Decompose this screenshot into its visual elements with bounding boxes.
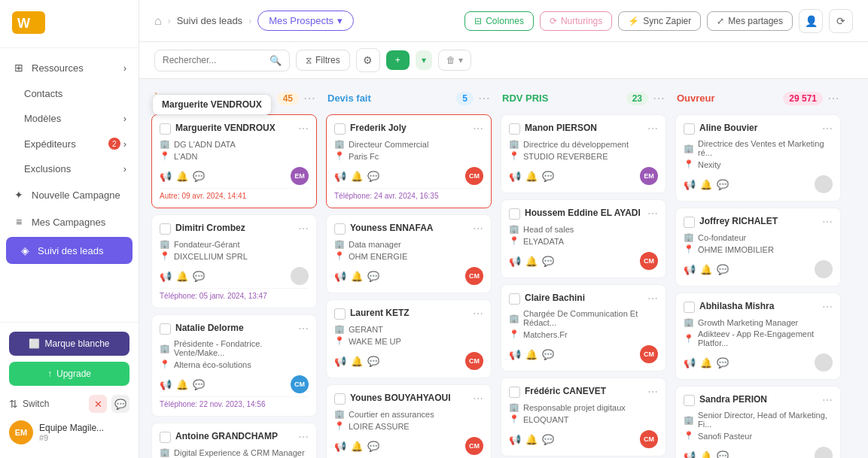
card-more-button[interactable]: ⋯ xyxy=(822,123,833,135)
megaphone-icon[interactable]: 📢 xyxy=(509,349,521,360)
card-more-button[interactable]: ⋯ xyxy=(473,223,483,235)
megaphone-icon[interactable]: 📢 xyxy=(684,450,696,459)
bell-icon[interactable]: 🔔 xyxy=(176,271,188,282)
bell-icon[interactable]: 🔔 xyxy=(176,171,188,182)
card-more-button[interactable]: ⋯ xyxy=(298,223,309,235)
settings-button[interactable]: ⚙ xyxy=(356,48,380,72)
column-menu-ouvreur[interactable]: ⋯ xyxy=(827,91,839,105)
sidebar-item-modeles[interactable]: Modèles › xyxy=(0,106,139,131)
card-checkbox[interactable] xyxy=(334,393,346,405)
megaphone-icon[interactable]: 📢 xyxy=(334,271,346,282)
bell-icon[interactable]: 🔔 xyxy=(351,271,363,282)
card-claire[interactable]: Claire Bachini ⋯ 🏢 Chargée De Communicat… xyxy=(501,284,666,372)
column-menu-devis[interactable]: ⋯ xyxy=(478,91,490,105)
add-caret-button[interactable]: ▾ xyxy=(416,50,432,70)
card-more-button[interactable]: ⋯ xyxy=(298,123,309,135)
upgrade-button[interactable]: ↑ Upgrade xyxy=(9,362,129,386)
home-icon[interactable]: ⌂ xyxy=(154,14,162,28)
switch-close-button[interactable]: ✕ xyxy=(89,395,107,413)
card-checkbox[interactable] xyxy=(160,123,171,135)
marque-blanche-button[interactable]: ⬜ Marque blanche xyxy=(9,332,129,356)
card-more-button[interactable]: ⋯ xyxy=(822,301,833,313)
chat-icon[interactable]: 💬 xyxy=(717,357,729,369)
card-joffrey[interactable]: Joffrey RICHALET ⋯ 🏢 Co-fondateur 📍 ÖHME… xyxy=(675,208,841,287)
chat-icon[interactable]: 💬 xyxy=(542,349,554,360)
megaphone-icon[interactable]: 📢 xyxy=(160,379,172,390)
bell-icon[interactable]: 🔔 xyxy=(700,264,712,275)
bell-icon[interactable]: 🔔 xyxy=(700,357,712,369)
megaphone-icon[interactable]: 📢 xyxy=(334,356,346,367)
card-more-button[interactable]: ⋯ xyxy=(473,308,483,320)
card-sandra[interactable]: Sandra PERION ⋯ 🏢 Senior Director, Head … xyxy=(675,386,841,458)
megaphone-icon[interactable]: 📢 xyxy=(160,171,172,182)
megaphone-icon[interactable]: 📢 xyxy=(160,271,172,282)
bell-icon[interactable]: 🔔 xyxy=(525,171,538,182)
column-menu-rdv[interactable]: ⋯ xyxy=(653,91,665,105)
refresh-button[interactable]: ⟳ xyxy=(829,9,853,33)
chat-icon[interactable]: 💬 xyxy=(193,271,205,282)
card-checkbox[interactable] xyxy=(160,323,171,335)
colonnes-button[interactable]: ⊟ Colonnes xyxy=(464,11,534,31)
card-more-button[interactable]: ⋯ xyxy=(647,123,658,135)
bell-icon[interactable]: 🔔 xyxy=(351,171,363,182)
bell-icon[interactable]: 🔔 xyxy=(525,349,538,360)
sidebar-item-contacts[interactable]: Contacts xyxy=(0,81,139,106)
card-more-button[interactable]: ⋯ xyxy=(298,323,309,335)
card-houssem[interactable]: Houssem Eddine EL AYADI ⋯ 🏢 Head of sale… xyxy=(501,199,666,278)
card-manon[interactable]: Manon PIERSON ⋯ 🏢 Directrice du développ… xyxy=(501,114,666,193)
search-input[interactable] xyxy=(163,55,265,65)
card-checkbox[interactable] xyxy=(334,223,346,235)
card-frederic[interactable]: Frédéric CANEVET ⋯ 🏢 Responsable projet … xyxy=(501,378,666,456)
bell-icon[interactable]: 🔔 xyxy=(700,179,712,190)
sync-zapier-button[interactable]: ⚡ Sync Zapier xyxy=(618,11,701,31)
sidebar-item-nouvelle-campagne[interactable]: ✦ Nouvelle Campagne xyxy=(0,181,139,208)
add-user-button[interactable]: 👤 xyxy=(799,9,823,33)
card-checkbox[interactable] xyxy=(160,432,171,443)
card-antoine[interactable]: Antoine GRANDCHAMP ⋯ 🏢 Digital Experienc… xyxy=(151,423,317,458)
chat-icon[interactable]: 💬 xyxy=(193,171,205,182)
nurturings-button[interactable]: ⟳ Nurturings xyxy=(540,11,612,31)
chat-icon[interactable]: 💬 xyxy=(542,171,554,182)
chat-icon[interactable]: 💬 xyxy=(717,264,729,275)
mes-prospects-button[interactable]: Mes Prospects ▾ xyxy=(257,11,354,31)
card-frederik[interactable]: Frederik Joly ⋯ 🏢 Directeur Commercial 📍… xyxy=(326,114,492,208)
breadcrumb-suivi-leads[interactable]: Suivi des leads xyxy=(177,15,242,26)
chat-icon[interactable]: 💬 xyxy=(717,179,729,190)
card-younes-b[interactable]: Younes BOUYAHYAOUI ⋯ 🏢 Courtier en assur… xyxy=(326,384,492,458)
megaphone-icon[interactable]: 📢 xyxy=(509,256,521,267)
megaphone-icon[interactable]: 📢 xyxy=(334,171,346,182)
sidebar-item-suivi-leads[interactable]: ◈ Suivi des leads xyxy=(6,237,132,264)
chat-icon[interactable]: 💬 xyxy=(367,171,379,182)
card-checkbox[interactable] xyxy=(509,387,520,398)
card-laurent[interactable]: Laurent KETZ ⋯ 🏢 GERANT 📍 WAKE ME UP 📢 🔔 xyxy=(326,299,492,378)
chat-icon[interactable]: 💬 xyxy=(717,450,729,459)
card-dimitri[interactable]: Dimitri Crombez ⋯ 🏢 Fondateur-Gérant 📍 D… xyxy=(151,214,317,308)
card-more-button[interactable]: ⋯ xyxy=(822,216,833,228)
card-checkbox[interactable] xyxy=(684,217,695,228)
card-more-button[interactable]: ⋯ xyxy=(647,208,658,220)
card-more-button[interactable]: ⋯ xyxy=(647,293,658,305)
card-more-button[interactable]: ⋯ xyxy=(473,393,483,405)
card-more-button[interactable]: ⋯ xyxy=(822,394,833,406)
megaphone-icon[interactable]: 📢 xyxy=(334,441,346,452)
card-more-button[interactable]: ⋯ xyxy=(473,123,483,135)
chat-icon[interactable]: 💬 xyxy=(542,256,554,267)
card-checkbox[interactable] xyxy=(684,123,695,135)
megaphone-icon[interactable]: 📢 xyxy=(509,171,521,182)
card-checkbox[interactable] xyxy=(509,293,520,305)
card-checkbox[interactable] xyxy=(684,302,695,313)
trash-button[interactable]: 🗑 ▾ xyxy=(438,50,471,71)
megaphone-icon[interactable]: 📢 xyxy=(684,179,696,190)
sidebar-item-mes-campagnes[interactable]: ≡ Mes Campagnes xyxy=(0,208,139,235)
megaphone-icon[interactable]: 📢 xyxy=(684,357,696,369)
card-checkbox[interactable] xyxy=(334,123,346,135)
card-more-button[interactable]: ⋯ xyxy=(298,431,309,443)
card-natalie[interactable]: Natalie Delorme ⋯ 🏢 Présidente - Fondatr… xyxy=(151,314,317,417)
card-checkbox[interactable] xyxy=(684,395,695,406)
bell-icon[interactable]: 🔔 xyxy=(176,379,188,390)
switch-chat-button[interactable]: 💬 xyxy=(111,395,129,413)
card-checkbox[interactable] xyxy=(334,308,346,320)
chat-icon[interactable]: 💬 xyxy=(367,356,379,367)
sidebar-item-exclusions[interactable]: Exclusions › xyxy=(0,156,139,181)
card-checkbox[interactable] xyxy=(160,223,171,235)
